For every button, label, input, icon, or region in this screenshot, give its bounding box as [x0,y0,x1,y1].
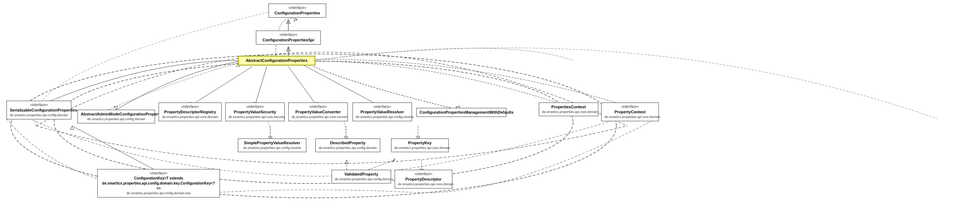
node-configuration-properties-management-with-defaults: ConfigurationPropertiesManagementWithDef… [416,108,506,117]
svg-line-11 [255,66,267,106]
node-property-key: PropertyKey de.smartics.properties.api.c… [391,138,449,152]
node-described-property: DescribedProperty de.smartics.properties… [315,138,380,152]
svg-marker-8 [114,106,118,110]
node-simple-property-value-resolver: SimplePropertyValueResolver de.smartics.… [238,138,306,152]
node-property-descriptor-registry: «interface» PropertyDescriptorRegistry d… [159,103,222,121]
node-property-value-converter: «interface» PropertyValueConverter de.sm… [288,103,348,121]
node-configuration-properties: «interface» ConfigurationProperties [269,3,326,17]
diagram-container: «interface» ConfigurationProperties «int… [0,0,980,209]
node-properties-context: PropertiesContext de.smartics.properties… [539,103,598,116]
svg-line-13 [288,66,317,106]
node-property-context: «interface» PropertyContext de.smartics.… [601,103,659,121]
node-abstract-admin-mode: AbstractAdminModeConfigurationProperties… [78,110,155,124]
svg-marker-5 [286,47,290,51]
svg-marker-3 [286,20,290,24]
svg-marker-27 [70,126,74,130]
node-property-value-security: «interface» PropertyValueSecurity de.sma… [225,103,285,121]
node-property-descriptor: «interface» PropertyDescriptor de.smarti… [395,170,452,188]
svg-line-9 [190,66,252,106]
svg-line-15 [303,65,380,106]
node-configuration-key: «interface» ConfigurationKey<T extends d… [97,169,220,198]
svg-line-26 [72,126,157,171]
svg-marker-33 [345,160,348,164]
node-property-value-resolver: «interface» PropertyValueResolver de.sma… [353,103,412,121]
node-abstract-configuration-properties: AbstractConfigurationProperties [238,56,315,65]
node-configuration-properties-spi: «interface» ConfigurationPropertiesSpi [256,30,321,44]
svg-marker-6 [294,18,298,22]
node-validated-property: ValidatedProperty de.smartics.properties… [332,170,391,184]
svg-marker-29 [392,158,395,162]
node-serializable-configuration-properties: «interface» SerializableConfigurationPro… [6,101,72,119]
